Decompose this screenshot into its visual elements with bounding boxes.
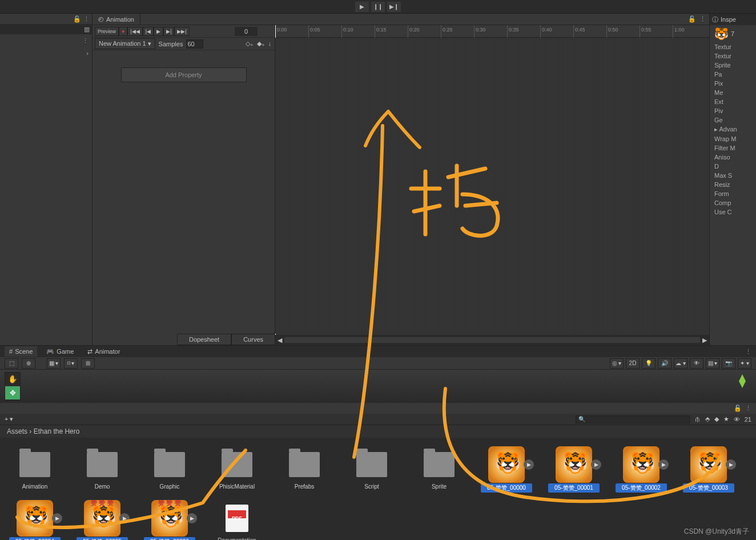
timeline[interactable]: 0:000:050:100:150:200:250:300:350:400:45… (275, 25, 709, 345)
search-input[interactable] (576, 415, 690, 423)
inspector-header[interactable]: ⓘ Inspe (710, 14, 756, 25)
ruler-tick: 0:40 (540, 25, 552, 38)
curves-tab[interactable]: Curves (231, 334, 275, 345)
project-dock: 🔓 ⋮ (0, 402, 756, 414)
asset-thumb (17, 449, 53, 480)
texture-item[interactable]: ▶05-赞赞_00003 (683, 449, 734, 493)
filter-type-icon[interactable]: ⬘ (705, 415, 710, 423)
hidden-icon[interactable]: 👁 (734, 416, 740, 423)
local-button[interactable]: ⊕ (22, 358, 35, 369)
breadcrumb-child[interactable]: Ethan the Hero (34, 427, 80, 435)
scene-gizmo[interactable] (733, 372, 751, 391)
svg-marker-0 (739, 374, 746, 388)
hidden-button[interactable]: 👁 (690, 358, 703, 369)
prev-frame-button[interactable]: |◀ (143, 27, 154, 36)
first-frame-button[interactable]: |◀◀ (127, 27, 142, 36)
filter-label-icon[interactable]: ◆ (714, 415, 719, 423)
asset-thumb: ▶ (556, 449, 592, 480)
record-button[interactable]: ● (119, 27, 127, 36)
add-property-button[interactable]: Add Property (121, 67, 247, 82)
folder-graphic[interactable]: Graphic (144, 449, 195, 493)
lock-icon[interactable]: 🔓 (73, 15, 81, 23)
asset-thumb: 赞 赞 赞▶ (84, 503, 120, 534)
play-button[interactable]: ▶ (355, 2, 369, 12)
tab-animation[interactable]: ◴ Animation (93, 14, 140, 25)
step-button[interactable]: ▶❙ (387, 2, 401, 12)
inspector-row: Form (710, 189, 756, 198)
tab-game[interactable]: 🎮Game (42, 346, 78, 357)
preview-toggle[interactable]: Preview (95, 27, 119, 36)
folder-icon (19, 452, 50, 477)
samples-input[interactable] (186, 39, 203, 49)
tab-scene[interactable]: #Scene (5, 346, 37, 357)
increment-button[interactable]: ⊞ (81, 358, 95, 369)
tab-label: Animation (106, 16, 134, 23)
audio-button[interactable]: 🔊 (658, 358, 671, 369)
menu-icon[interactable]: ⋮ (83, 15, 90, 23)
texture-item[interactable]: 赞 赞 赞▶05-赞赞_00006 (144, 503, 195, 540)
menu-icon[interactable]: ⋮ (699, 15, 706, 23)
timeline-scrollbar[interactable]: ◀ ▶ (275, 335, 709, 345)
documentation-file[interactable]: PDFDocumentation (211, 503, 263, 540)
project-grid[interactable]: AnimationDemoGraphicPhisicMaterialPrefab… (0, 438, 756, 540)
camera-button[interactable]: 📷 (722, 358, 735, 369)
add-key-icon[interactable]: ◇₊ (246, 40, 254, 47)
texture-item[interactable]: ▶05-赞赞_00001 (548, 449, 600, 493)
next-frame-button[interactable]: ▶| (163, 27, 174, 36)
clip-dropdown[interactable]: New Animation 1 ▾ (95, 38, 155, 49)
timeline-ruler[interactable]: 0:000:050:100:150:200:250:300:350:400:45… (275, 25, 709, 38)
scene-view[interactable]: ✋ ✥ (0, 370, 756, 403)
folder-demo[interactable]: Demo (77, 449, 128, 493)
asset-label: 05-赞赞_00002 (616, 483, 667, 493)
breadcrumb[interactable]: Assets › Ethan the Hero (0, 425, 756, 438)
pause-button[interactable]: ❙❙ (371, 2, 385, 12)
tab-animator[interactable]: ⇄Animator (83, 346, 124, 357)
fx-button[interactable]: ☁ ▾ (674, 358, 687, 369)
pivot-button[interactable]: ⬚ (5, 358, 18, 369)
frame-field[interactable]: 0 (235, 27, 258, 36)
grid-button[interactable]: ▦ ▾ (47, 358, 61, 369)
star-icon[interactable]: ★ (723, 415, 729, 423)
menu-icon[interactable]: ⋮ (745, 348, 756, 355)
texture-item[interactable]: ▶05-赞赞_00000 (481, 449, 532, 493)
timeline-tracks[interactable] (275, 38, 709, 334)
menu-icon[interactable]: ⋮ (745, 405, 751, 412)
folder-script[interactable]: Script (346, 449, 397, 493)
filter-icon[interactable]: ⫛ (694, 416, 701, 423)
dopesheet-tab[interactable]: Dopesheet (177, 334, 231, 345)
inspector-row: Aniso (710, 153, 756, 162)
asset-thumb (421, 449, 457, 480)
texture-item[interactable]: 赞 赞 赞▶05-赞赞_00005 (77, 503, 128, 540)
2d-toggle[interactable]: 2D (626, 358, 640, 369)
draw-mode-button[interactable]: ◎ ▾ (610, 358, 624, 369)
pdf-icon: PDF (226, 505, 248, 532)
move-tool[interactable]: ✥ (5, 386, 20, 400)
layers-button[interactable]: ▤ ▾ (706, 358, 719, 369)
asset-label: Script (346, 483, 397, 490)
chevron-right-icon[interactable]: › (86, 50, 89, 57)
filter-icon[interactable]: ↓ (268, 40, 272, 47)
add-icon[interactable]: + ▾ (5, 415, 13, 423)
list-icon[interactable]: ▥ (84, 26, 90, 33)
texture-item[interactable]: ▶05-赞赞_00004 (9, 503, 61, 540)
animation-content: Preview ● |◀◀ |◀ ▶ ▶| ▶▶| 0 New Animatio… (93, 25, 709, 345)
menu-icon[interactable]: ⋮ (82, 37, 89, 45)
asset-label: 05-赞赞_00004 (9, 537, 61, 540)
snap-button[interactable]: ⌑ ▾ (64, 358, 78, 369)
add-event-icon[interactable]: ◆₊ (257, 40, 265, 47)
gizmos-button[interactable]: ✦ ▾ (738, 358, 751, 369)
lock-icon[interactable]: 🔓 (688, 15, 696, 23)
folder-phisicmaterial[interactable]: PhisicMaterial (211, 449, 263, 493)
lock-icon[interactable]: 🔓 (734, 405, 742, 412)
inspector-icon: ⓘ (712, 15, 718, 24)
asset-label: Demo (77, 483, 128, 490)
folder-prefabs[interactable]: Prefabs (279, 449, 330, 493)
breadcrumb-root[interactable]: Assets (7, 427, 27, 435)
hand-tool[interactable]: ✋ (5, 373, 20, 386)
texture-item[interactable]: ▶05-赞赞_00002 (616, 449, 667, 493)
folder-animation[interactable]: Animation (9, 449, 61, 493)
lighting-button[interactable]: 💡 (642, 358, 656, 369)
folder-sprite[interactable]: Sprite (413, 449, 465, 493)
last-frame-button[interactable]: ▶▶| (174, 27, 189, 36)
play-button[interactable]: ▶ (154, 27, 163, 36)
